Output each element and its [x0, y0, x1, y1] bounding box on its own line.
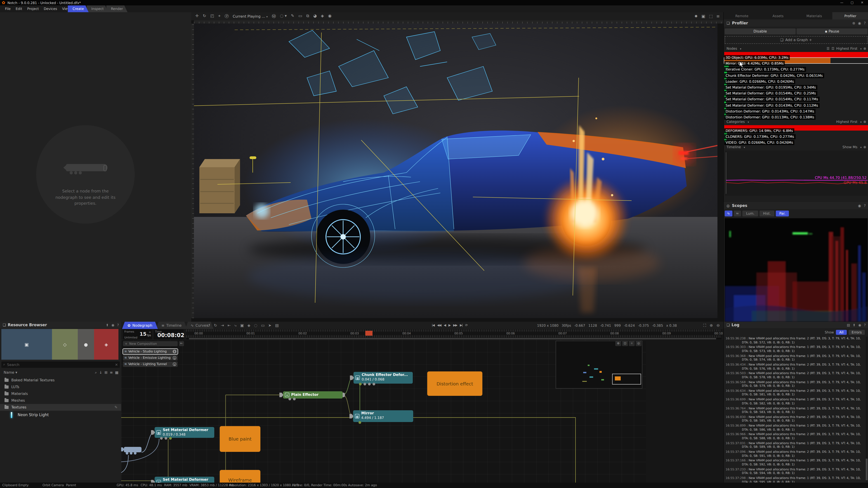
nodegraph-canvas[interactable]: +New Composition ⇤ ≋Vehicle - Studio Lig…	[121, 340, 646, 483]
redo-icon[interactable]: ↻	[214, 323, 217, 328]
mode-tab-create[interactable]: Create	[68, 5, 89, 12]
import-icon[interactable]: ↓	[99, 370, 102, 375]
image-thumbnail[interactable]: ▣	[1, 329, 52, 360]
profiler-node-row[interactable]: 3D Object: GPU: 6.03Ms, CPU: 3.2Ms	[724, 52, 868, 57]
tab-profiler[interactable]: Profiler	[832, 12, 868, 20]
tab-assets[interactable]: Assets	[760, 12, 796, 20]
timeline-scrollbar[interactable]	[186, 338, 721, 339]
file-neon-strip-light[interactable]: Neon Strip Light	[0, 411, 121, 419]
copy-icon[interactable]: ▤	[847, 323, 850, 327]
tree-view-icon[interactable]: ☲	[831, 46, 834, 51]
rotate-tool-icon[interactable]: ↻	[203, 13, 206, 19]
timeline-mode-dropdown[interactable]: Timeline ▾	[726, 145, 745, 149]
node-set-material-deformer-1[interactable]: ▦ Set Material Deformer 0.019 / 0.348	[155, 427, 214, 438]
list-view-icon[interactable]: ☰	[827, 46, 829, 51]
snap-grid-icon[interactable]: ⊡	[622, 341, 628, 346]
export-icon[interactable]: ⬆	[852, 323, 856, 327]
collapse-compositions-icon[interactable]: ⇤	[179, 341, 184, 346]
pause-button[interactable]: ▪ Pause	[797, 29, 868, 34]
scope-button-hist[interactable]: Hist.	[760, 210, 774, 217]
node-chunk-effector-deformer[interactable]: ▦ Chunk Effector Defor... 0.041 / 0.068	[353, 372, 413, 384]
exit-group-icon[interactable]: ⇤	[228, 323, 231, 328]
disable-button[interactable]: Disable	[725, 29, 796, 34]
clear-icon[interactable]: ⊗	[863, 46, 866, 51]
scope-button-par[interactable]: Par.	[776, 210, 789, 217]
playhead-marker[interactable]	[365, 331, 373, 336]
folder-meshes[interactable]: Meshes	[0, 397, 121, 404]
undo-icon[interactable]: ↺	[207, 323, 210, 328]
pin-icon[interactable]: ◉	[112, 323, 114, 327]
close-panel-icon[interactable]: ⊗	[852, 21, 855, 25]
solo-badge[interactable]: S	[173, 350, 176, 353]
new-composition-input[interactable]: +New Composition	[123, 341, 178, 346]
node-partial[interactable]	[124, 447, 142, 452]
log-filter-errors[interactable]: Errors	[848, 330, 865, 335]
composition-vehicle-lighting-tunnel[interactable]: ≋Vehicle - Lighting TunnelS	[123, 361, 178, 367]
mode-tab-inspect[interactable]: Inspect	[87, 5, 108, 12]
comment-box-distortion-effect[interactable]: Distortion effect	[427, 371, 483, 396]
clear-search-icon[interactable]: ✕	[115, 363, 118, 367]
material-thumbnail[interactable]: ●	[78, 329, 94, 360]
skip-start-icon[interactable]: |◀	[432, 324, 434, 327]
camera-icon[interactable]: ▣	[702, 14, 705, 19]
sort-dropdown[interactable]: Highest First ▾	[836, 120, 862, 124]
composition-vehicle-emissive-lighting[interactable]: ≋Vehicle - Emissive LightingS	[123, 355, 178, 361]
menu-icon[interactable]: ≡	[716, 14, 720, 19]
comment-box-wireframe[interactable]: Wireframe	[220, 470, 260, 483]
jump-icon[interactable]: ⤷	[235, 323, 237, 328]
monitor-icon[interactable]: ▭	[298, 13, 302, 19]
maximize-button[interactable]: ▢	[850, 1, 854, 4]
export-icon[interactable]: ⬆	[106, 323, 109, 327]
timeline-ruler[interactable]: 00:0000:0100:0200:0300:0400:0500:0600:07…	[186, 329, 721, 337]
help-icon[interactable]: ?	[864, 203, 866, 207]
auto-layout-icon[interactable]: ◈	[248, 323, 250, 328]
nodegraph-minimap[interactable]	[556, 341, 643, 389]
pointer-icon[interactable]: ➤	[268, 323, 272, 328]
zoom-in-icon[interactable]: ⊕	[710, 323, 713, 328]
folder-baked-material-textures[interactable]: Baked Material Textures	[0, 377, 121, 384]
loop-icon[interactable]: ⟳	[465, 324, 467, 327]
tab-timeline[interactable]: ≡Timeline	[156, 322, 187, 329]
display-icon[interactable]: ⬚	[709, 14, 713, 19]
composition-vehicle-studio-lighting[interactable]: ≋Vehicle - Studio LightingS	[123, 349, 178, 354]
center-view-icon[interactable]: ⊕	[615, 341, 621, 346]
tab-remote[interactable]: Remote	[724, 12, 760, 20]
units-dropdown[interactable]: Show Ms ▾	[842, 145, 862, 149]
render-viewport[interactable]	[194, 24, 717, 318]
categories-mode-dropdown[interactable]: Categories ▾	[726, 120, 749, 124]
aperture-icon[interactable]: ✸	[694, 14, 698, 19]
scale-tool-icon[interactable]: ◰	[210, 13, 214, 19]
menu-project[interactable]: Project	[27, 7, 39, 11]
mode-tab-render[interactable]: Render	[106, 5, 127, 12]
monitor-overlay-icon[interactable]: ⧉	[306, 13, 309, 19]
waveform-scope-button[interactable]: ∿	[725, 210, 732, 217]
enter-group-icon[interactable]: ⇥	[221, 323, 224, 328]
help-icon[interactable]: ?	[117, 323, 119, 327]
frames-box[interactable]: Frames 15 fps ∞ Unlimited	[123, 329, 152, 339]
pivot-tool-icon[interactable]: ⌖	[218, 13, 220, 19]
cube-icon[interactable]: ◈	[321, 13, 324, 19]
tab-materials[interactable]: Materials	[796, 12, 832, 20]
selection-mode-icon[interactable]: ◌ ▾	[280, 13, 287, 19]
pin-icon[interactable]: ◉	[858, 203, 861, 207]
sphere-icon[interactable]: ◕	[313, 13, 317, 19]
object-thumbnail[interactable]: ◈	[94, 329, 119, 360]
comment-box-blue-paint[interactable]: Blue paint	[220, 426, 260, 452]
parade-scope-button[interactable]: ≈	[734, 210, 741, 217]
lasso-icon[interactable]: ◌	[254, 323, 257, 328]
play-icon[interactable]: ▶	[448, 324, 451, 327]
clear-icon[interactable]: ⊗	[863, 145, 866, 149]
move-tool-icon[interactable]: ✛	[195, 13, 199, 19]
sort-dropdown[interactable]: Name ▾	[4, 370, 17, 375]
add-graph-button[interactable]: ❏ Add a Graph +	[725, 36, 868, 44]
material-icon[interactable]: Ⓜ	[272, 13, 276, 19]
grid-view-icon[interactable]: ▦	[115, 370, 119, 375]
pin-icon[interactable]: ◉	[858, 21, 861, 25]
pen-icon[interactable]: ✎	[291, 13, 294, 19]
node-mirror[interactable]: ▦ Mirror 4.494 / 1.187	[353, 410, 413, 422]
new-folder-icon[interactable]: ⊞	[104, 370, 107, 375]
stamp-icon[interactable]: ▤	[275, 323, 279, 328]
menu-file[interactable]: File	[5, 7, 11, 11]
step-back-icon[interactable]: ◀	[444, 324, 446, 327]
zoom-out-icon[interactable]: ⊖	[717, 323, 720, 328]
